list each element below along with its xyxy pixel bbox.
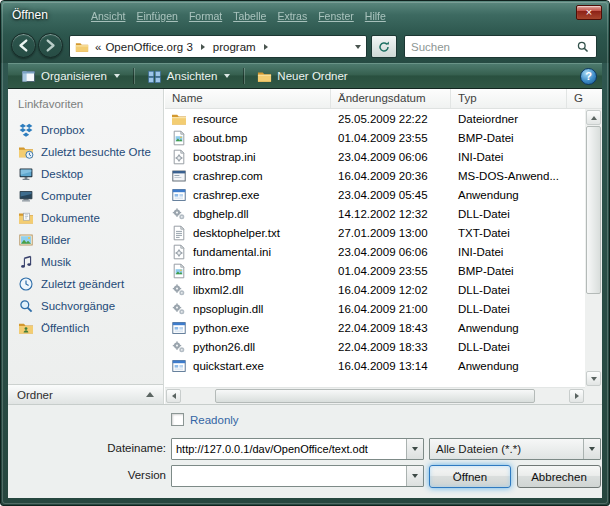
scroll-up-button[interactable] [586,110,601,125]
filename-input[interactable] [172,443,406,455]
sidebar-item-label: Dokumente [41,212,100,224]
version-dropdown-button[interactable] [406,466,423,486]
file-name-cell: python26.dll [165,339,331,355]
filetype-dropdown-button[interactable] [583,439,600,459]
organize-label: Organisieren [41,70,107,82]
file-row[interactable]: libxml2.dll 16.04.2009 12:02 DLL-Datei [165,280,585,299]
folders-bar[interactable]: Ordner [8,384,163,404]
dll-file-icon [171,282,187,298]
chevron-up-icon [146,392,154,397]
sidebar-item-dropbox[interactable]: Dropbox [8,119,163,141]
file-date: 01.04.2009 23:55 [331,132,451,144]
vertical-scroll-thumb[interactable] [586,126,601,294]
breadcrumb-segment-openoffice[interactable]: OpenOffice.org 3 [103,40,194,54]
file-date: 23.04.2009 05:45 [331,189,451,201]
file-row[interactable]: python.exe 22.04.2009 18:43 Anwendung [165,318,585,337]
scrollbar-corner [585,387,602,404]
search-icon[interactable] [576,40,590,54]
exe-file-icon [171,187,187,203]
column-header-type[interactable]: Typ [451,89,567,108]
file-date: 16.04.2009 21:00 [331,303,451,315]
sidebar-item-desktop[interactable]: Desktop [8,163,163,185]
column-header-size[interactable]: G [567,89,602,108]
file-row[interactable]: intro.bmp 01.04.2009 23:55 BMP-Datei [165,261,585,280]
column-header-name[interactable]: Name [165,89,331,108]
filetype-combobox[interactable]: Alle Dateien (*.*) [429,438,601,460]
sidebar-item-recent-places[interactable]: Zuletzt besuchte Orte [8,141,163,163]
search-input[interactable] [411,41,576,53]
file-name-cell: fundamental.ini [165,244,331,260]
file-row[interactable]: quickstart.exe 16.04.2009 13:14 Anwendun… [165,356,585,375]
sidebar-item-label: Bilder [41,234,70,246]
file-row[interactable]: dbghelp.dll 14.12.2002 12:32 DLL-Datei [165,204,585,223]
triangle-right-icon [575,393,579,399]
scroll-down-button[interactable] [586,371,601,386]
file-name: quickstart.exe [193,360,264,372]
open-file-dialog: Öffnen AnsichtEinfügenFormatTabelleExtra… [0,0,610,506]
sidebar-item-public[interactable]: Öffentlich [8,317,163,339]
pictures-icon [18,232,34,248]
search-box[interactable] [404,35,597,58]
sidebar-item-music[interactable]: Musik [8,251,163,273]
refresh-button[interactable] [371,35,397,58]
forward-button[interactable] [38,33,63,58]
file-type: BMP-Datei [451,265,567,277]
sidebar-item-computer[interactable]: Computer [8,185,163,207]
music-icon [18,254,34,270]
file-name: libxml2.dll [193,284,244,296]
file-row[interactable]: python26.dll 22.04.2009 18:33 DLL-Datei [165,337,585,356]
readonly-checkbox[interactable] [171,413,184,426]
horizontal-scroll-thumb[interactable] [215,389,535,403]
file-name-cell: quickstart.exe [165,358,331,374]
file-row[interactable]: about.bmp 01.04.2009 23:55 BMP-Datei [165,128,585,147]
scroll-right-button[interactable] [569,389,584,403]
filename-label: Dateiname: [48,442,166,454]
help-button[interactable]: ? [580,68,597,85]
file-row[interactable]: crashrep.exe 23.04.2009 05:45 Anwendung [165,185,585,204]
open-button[interactable]: Öffnen [429,465,511,488]
vertical-scrollbar[interactable] [585,109,602,387]
scroll-left-button[interactable] [166,389,181,403]
column-header-date[interactable]: Änderungsdatum [331,89,451,108]
sidebar: Linkfavoriten Dropbox Zuletzt besuchte O… [8,89,164,404]
close-button[interactable]: × [576,5,602,20]
desktop-icon [18,166,34,182]
file-row[interactable]: fundamental.ini 23.04.2009 06:06 INI-Dat… [165,242,585,261]
breadcrumb-separator-icon [201,44,205,50]
chevron-down-icon [589,447,595,451]
file-row[interactable]: resource 25.05.2009 22:22 Dateiordner [165,109,585,128]
computer-icon [18,188,34,204]
sidebar-item-label: Zuletzt geändert [41,278,124,290]
sidebar-item-searches[interactable]: Suchvorgänge [8,295,163,317]
organize-button[interactable]: Organisieren [13,66,128,87]
version-input[interactable] [172,470,406,482]
address-bar[interactable]: « OpenOffice.org 3 program [69,35,367,58]
views-button[interactable]: Ansichten [139,66,239,87]
sidebar-item-label: Dropbox [41,124,84,136]
chevron-down-icon [114,74,120,78]
breadcrumb-overflow[interactable]: « [93,40,103,54]
horizontal-scrollbar[interactable] [165,387,585,404]
filename-combobox[interactable] [171,438,424,460]
file-row[interactable]: bootstrap.ini 23.04.2009 06:06 INI-Datei [165,147,585,166]
bmp-file-icon [171,263,187,279]
file-name: fundamental.ini [193,246,271,258]
sidebar-item-pictures[interactable]: Bilder [8,229,163,251]
file-name-cell: intro.bmp [165,263,331,279]
help-icon: ? [585,70,592,82]
back-button[interactable] [11,33,36,58]
address-dropdown-icon[interactable] [355,45,361,49]
sidebar-item-recent-changed[interactable]: Zuletzt geändert [8,273,163,295]
column-headers: Name Änderungsdatum Typ G [165,89,602,109]
file-name: crashrep.exe [193,189,259,201]
filename-dropdown-button[interactable] [406,439,423,459]
file-date: 14.12.2002 12:32 [331,208,451,220]
version-combobox[interactable] [171,465,424,487]
breadcrumb-segment-program[interactable]: program [211,40,258,54]
file-row[interactable]: desktophelper.txt 27.01.2009 13:00 TXT-D… [165,223,585,242]
file-row[interactable]: crashrep.com 16.04.2009 20:36 MS-DOS-Anw… [165,166,585,185]
file-row[interactable]: npsoplugin.dll 16.04.2009 21:00 DLL-Date… [165,299,585,318]
new-folder-button[interactable]: Neuer Ordner [249,66,355,87]
cancel-button[interactable]: Abbrechen [517,465,601,488]
sidebar-item-documents[interactable]: Dokumente [8,207,163,229]
